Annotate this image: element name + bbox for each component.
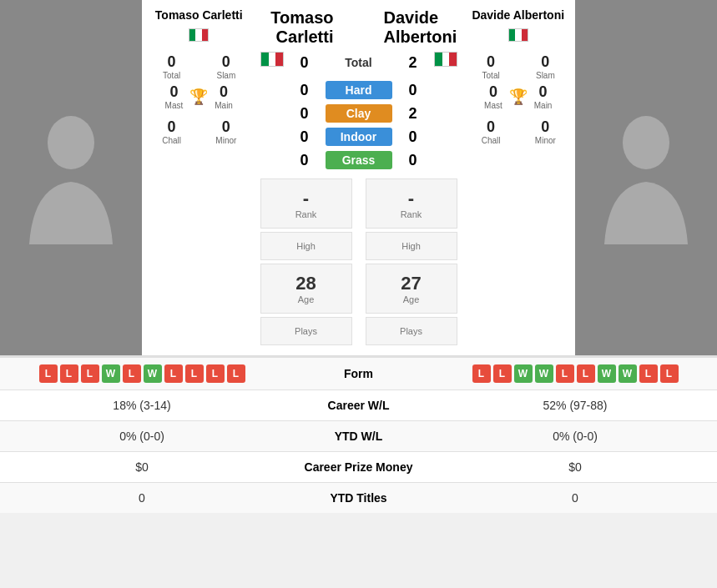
ytd-titles-row: 0 YTD Titles 0 [0, 482, 717, 513]
left-total-stat: 0 Total [149, 53, 194, 80]
right-mast-stat: 0 Mast [484, 83, 502, 110]
career-prize-left: $0 [0, 460, 284, 474]
form-badge-l: L [227, 364, 245, 383]
clay-label: Clay [326, 104, 392, 123]
career-prize-row: $0 Career Prize Money $0 [0, 451, 717, 482]
form-badge-l: L [39, 364, 58, 383]
form-badge-l: L [577, 364, 595, 383]
left-mast-stat: 0 Mast [165, 83, 184, 110]
form-badge-l: L [639, 364, 658, 383]
right-age-lbl: Age [373, 294, 450, 304]
right-plays-lbl: Plays [373, 326, 450, 336]
left-plays-lbl: Plays [268, 326, 345, 336]
left-total-score: 0 [292, 54, 317, 72]
left-chall-stat: 0 Chall [149, 118, 194, 145]
form-badge-l: L [493, 364, 512, 383]
form-badge-w: W [535, 364, 553, 383]
left-minor-stat: 0 Minor [203, 118, 249, 145]
indoor-left-score: 0 [292, 128, 317, 146]
left-main-value: 0 [220, 83, 228, 101]
top-section: Tomaso Carletti 0 Total 0 Slam 0 Mast 🏆 [0, 0, 717, 356]
left-center-flag [260, 52, 284, 67]
ytd-titles-label: YTD Titles [284, 491, 433, 505]
right-total-score: 2 [401, 54, 426, 72]
right-rank-lbl: Rank [373, 209, 450, 219]
career-prize-right: $0 [433, 460, 717, 474]
right-slam-value: 0 [541, 53, 549, 71]
clay-left-score: 0 [292, 105, 317, 123]
left-player-photo [0, 0, 142, 355]
left-total-value: 0 [168, 53, 176, 71]
form-badge-l: L [660, 364, 679, 383]
form-label: Form [284, 367, 433, 380]
form-badge-l: L [556, 364, 574, 383]
left-minor-value: 0 [222, 118, 230, 136]
left-high-box: High [260, 232, 352, 260]
form-badge-l: L [123, 364, 141, 383]
left-player-name: Tomaso Carletti [155, 8, 243, 22]
grass-score-row: 0 Grass 0 [260, 151, 457, 169]
left-main-stat: 0 Main [215, 83, 233, 110]
form-badge-l: L [164, 364, 183, 383]
left-slam-value: 0 [222, 53, 230, 71]
trophy-icon-right: 🏆 [509, 88, 528, 106]
form-badge-l: L [185, 364, 204, 383]
left-trophy-row: 0 Mast 🏆 0 Main [165, 83, 233, 110]
career-prize-label: Career Prize Money [284, 460, 433, 474]
right-player-photo [575, 0, 717, 355]
left-age-lbl: Age [268, 294, 345, 304]
right-mast-value: 0 [489, 83, 497, 101]
main-container: Tomaso Carletti 0 Total 0 Slam 0 Mast 🏆 [0, 0, 717, 513]
right-high-lbl: High [373, 241, 450, 251]
right-player-info: Davide Albertoni 0 Total 0 Slam 0 Mast 🏆 [462, 0, 576, 355]
right-age-box: 27 Age [366, 264, 457, 314]
right-total-stat: 0 Total [468, 53, 514, 80]
left-rank-lbl: Rank [268, 209, 345, 219]
left-mast-value: 0 [169, 83, 178, 101]
grass-right-score: 0 [401, 152, 426, 169]
right-trophy-row: 0 Mast 🏆 0 Main [484, 83, 552, 110]
svg-point-0 [48, 116, 94, 169]
hard-left-score: 0 [292, 82, 317, 99]
right-flag-icon [508, 28, 528, 42]
left-name-header: Tomaso Carletti [270, 8, 333, 46]
form-badge-l: L [60, 364, 78, 383]
form-badge-w: W [102, 364, 120, 383]
left-stats-grid2: 0 Chall 0 Minor [149, 118, 250, 145]
career-wl-right: 52% (97-88) [433, 399, 717, 412]
left-age-val: 28 [268, 273, 345, 294]
career-wl-row: 18% (3-14) Career W/L 52% (97-88) [0, 389, 717, 420]
left-stats-grid: 0 Total 0 Slam [149, 53, 250, 80]
right-stats-grid: 0 Total 0 Slam [468, 53, 569, 80]
ytd-titles-right: 0 [433, 491, 717, 505]
form-badge-w: W [514, 364, 533, 383]
right-total-value: 0 [487, 53, 495, 71]
right-minor-value: 0 [541, 118, 549, 136]
ytd-wl-left: 0% (0-0) [0, 430, 284, 443]
ytd-wl-row: 0% (0-0) YTD W/L 0% (0-0) [0, 420, 717, 451]
right-center-flag [434, 52, 457, 67]
hard-right-score: 0 [401, 82, 426, 99]
hard-label: Hard [326, 81, 392, 99]
right-rank-box: - Rank [366, 178, 457, 229]
left-rank-box: - Rank [260, 178, 352, 229]
center-match-section: Tomaso Carletti DavideAlbertoni 0 Total … [256, 0, 462, 355]
forms-section: LLLWLWLLLL Form LLWWLLWWLL [0, 356, 717, 389]
form-badge-w: W [619, 364, 637, 383]
left-rank-val: - [268, 188, 345, 209]
trophy-icon-left: 🏆 [189, 88, 208, 106]
ytd-titles-left: 0 [0, 491, 284, 505]
indoor-score-row: 0 Indoor 0 [260, 128, 457, 146]
ytd-wl-right: 0% (0-0) [433, 430, 717, 443]
right-age-val: 27 [373, 273, 450, 294]
right-minor-stat: 0 Minor [523, 118, 568, 145]
right-form-player: LLWWLLWWLL [433, 364, 717, 383]
right-chall-value: 0 [487, 118, 495, 136]
clay-score-row: 0 Clay 2 [260, 104, 457, 123]
right-chall-stat: 0 Chall [468, 118, 514, 145]
right-slam-stat: 0 Slam [523, 53, 568, 80]
clay-right-score: 2 [401, 105, 426, 123]
left-age-box: 28 Age [260, 264, 352, 314]
form-badge-l: L [472, 364, 491, 383]
form-badge-w: W [598, 364, 616, 383]
